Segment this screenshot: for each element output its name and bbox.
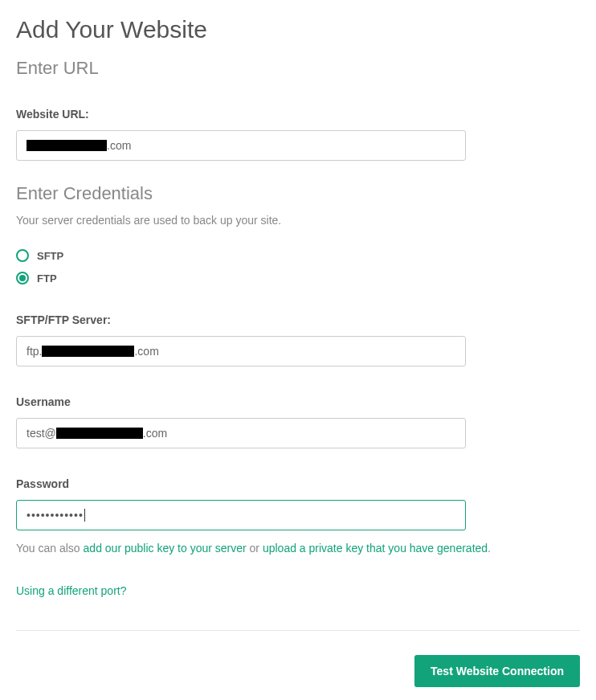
- upload-private-key-link[interactable]: upload a private key that you have gener…: [263, 542, 488, 555]
- password-value: ••••••••••••: [27, 509, 84, 522]
- button-row: Test Website Connection: [16, 655, 580, 687]
- add-public-key-link[interactable]: add our public key to your server: [84, 542, 247, 555]
- username-value-suffix: .com: [143, 427, 167, 440]
- radio-circle-icon: [16, 272, 29, 285]
- username-label: Username: [16, 395, 580, 408]
- radio-sftp[interactable]: SFTP: [16, 249, 580, 262]
- username-field: Username test@.com: [16, 395, 580, 448]
- text-cursor-icon: [84, 509, 85, 522]
- redacted-block: [42, 346, 134, 357]
- username-value-prefix: test@: [27, 427, 56, 440]
- credentials-section-title: Enter Credentials: [16, 183, 580, 204]
- password-input[interactable]: ••••••••••••: [16, 500, 466, 530]
- divider: [16, 630, 580, 631]
- radio-circle-icon: [16, 249, 29, 262]
- help-text-suffix: .: [488, 542, 491, 555]
- username-input[interactable]: test@.com: [16, 418, 466, 448]
- different-port-link[interactable]: Using a different port?: [16, 584, 127, 597]
- redacted-block: [27, 140, 107, 151]
- radio-dot-icon: [19, 275, 26, 281]
- page-title: Add Your Website: [16, 16, 580, 43]
- credentials-subtitle: Your server credentials are used to back…: [16, 214, 580, 227]
- radio-ftp-label: FTP: [37, 272, 57, 285]
- help-text-mid: or: [247, 542, 263, 555]
- password-label: Password: [16, 477, 580, 490]
- password-field: Password •••••••••••• You can also add o…: [16, 477, 580, 557]
- server-value-prefix: ftp.: [27, 345, 42, 358]
- url-section-title: Enter URL: [16, 58, 580, 79]
- redacted-block: [56, 428, 143, 439]
- server-value-suffix: .com: [134, 345, 158, 358]
- server-label: SFTP/FTP Server:: [16, 313, 580, 326]
- website-url-field: Website URL: .com: [16, 108, 580, 161]
- server-input[interactable]: ftp..com: [16, 336, 466, 366]
- website-url-suffix: .com: [107, 139, 131, 152]
- protocol-radio-group: SFTP FTP: [16, 249, 580, 285]
- server-field: SFTP/FTP Server: ftp..com: [16, 313, 580, 366]
- radio-sftp-label: SFTP: [37, 250, 63, 262]
- website-url-input[interactable]: .com: [16, 130, 466, 161]
- help-text-prefix: You can also: [16, 542, 84, 555]
- website-url-label: Website URL:: [16, 108, 580, 121]
- radio-ftp[interactable]: FTP: [16, 272, 580, 285]
- password-help-text: You can also add our public key to your …: [16, 540, 580, 557]
- test-connection-button[interactable]: Test Website Connection: [414, 655, 580, 687]
